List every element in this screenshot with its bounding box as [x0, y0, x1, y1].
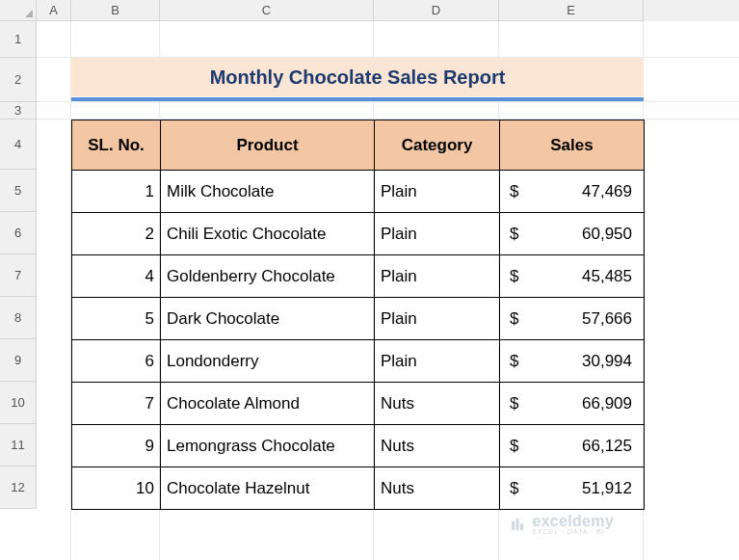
sales-amount: 51,912	[506, 479, 638, 498]
report-title-cell[interactable]: Monthly Chocolate Sales Report	[71, 58, 644, 102]
svg-rect-0	[512, 521, 515, 530]
select-all-corner[interactable]	[0, 0, 37, 21]
row-header-11[interactable]: 11	[0, 424, 37, 467]
col-header-E[interactable]: E	[499, 0, 644, 21]
sales-amount: 47,469	[506, 182, 638, 201]
header-sl[interactable]: SL. No.	[72, 120, 161, 171]
cell-category[interactable]: Plain	[375, 171, 500, 213]
cell-product[interactable]: Chocolate Almond	[161, 383, 375, 425]
cell-sales[interactable]: $66,125	[500, 425, 645, 467]
cell-sales[interactable]: $30,994	[500, 340, 645, 383]
row-header-9[interactable]: 9	[0, 339, 37, 382]
row-header-2[interactable]: 2	[0, 58, 37, 102]
row-header-7[interactable]: 7	[0, 254, 37, 297]
sales-amount: 66,909	[506, 394, 638, 413]
cell-sales[interactable]: $66,909	[500, 383, 645, 425]
watermark-tagline: EXCEL · DATA · BI	[532, 528, 614, 535]
header-category[interactable]: Category	[375, 120, 500, 171]
watermark-text: exceldemy EXCEL · DATA · BI	[532, 513, 614, 535]
row-header-4[interactable]: 4	[0, 120, 37, 170]
table-body: 1 Milk Chocolate Plain $47,469 2 Chili E…	[72, 171, 645, 510]
cell-product[interactable]: Lemongrass Chocolate	[161, 425, 375, 467]
report-title: Monthly Chocolate Sales Report	[210, 67, 506, 89]
table-row: 10 Chocolate Hazelnut Nuts $51,912	[72, 467, 645, 510]
row-header-10[interactable]: 10	[0, 382, 37, 424]
sales-amount: 66,125	[506, 437, 638, 456]
currency-symbol: $	[510, 437, 518, 456]
cell-sl[interactable]: 5	[72, 298, 161, 340]
table-row: 5 Dark Chocolate Plain $57,666	[72, 298, 645, 340]
title-underline	[71, 97, 644, 101]
cell-sl[interactable]: 10	[72, 467, 161, 510]
row-header-1[interactable]: 1	[0, 21, 37, 58]
cell-sl[interactable]: 4	[72, 255, 161, 298]
cell-sl[interactable]: 2	[72, 213, 161, 255]
table-row: 1 Milk Chocolate Plain $47,469	[72, 171, 645, 213]
cell-category[interactable]: Nuts	[375, 467, 500, 510]
currency-symbol: $	[510, 352, 518, 371]
cell-sl[interactable]: 6	[72, 340, 161, 383]
table-row: 4 Goldenberry Chocolate Plain $45,485	[72, 255, 645, 298]
cell-sales[interactable]: $47,469	[500, 171, 645, 213]
cell-product[interactable]: Milk Chocolate	[161, 171, 375, 213]
currency-symbol: $	[510, 267, 518, 286]
svg-rect-1	[516, 519, 519, 530]
cell-product[interactable]: Goldenberry Chocolate	[161, 255, 375, 298]
sales-amount: 57,666	[506, 309, 638, 329]
currency-symbol: $	[510, 479, 518, 498]
cell-category[interactable]: Nuts	[375, 425, 500, 467]
sales-amount: 45,485	[506, 267, 638, 286]
cell-product[interactable]: Chocolate Hazelnut	[161, 467, 375, 510]
table-row: 6 Londonderry Plain $30,994	[72, 340, 645, 383]
cell-sales[interactable]: $51,912	[500, 467, 645, 510]
spreadsheet: A B C D E 1 2 3 4 5 6 7 8 9 10 11 12 Mon…	[0, 0, 739, 560]
row-header-3[interactable]: 3	[0, 102, 37, 120]
cell-sales[interactable]: $57,666	[500, 298, 645, 340]
col-header-D[interactable]: D	[374, 0, 499, 21]
row-header-5[interactable]: 5	[0, 170, 37, 212]
watermark: exceldemy EXCEL · DATA · BI	[509, 513, 614, 535]
cell-category[interactable]: Plain	[375, 298, 500, 340]
row-headers: 1 2 3 4 5 6 7 8 9 10 11 12	[0, 21, 37, 509]
currency-symbol: $	[510, 394, 518, 413]
table-header-row: SL. No. Product Category Sales	[72, 120, 645, 171]
row-header-12[interactable]: 12	[0, 467, 37, 509]
cell-sl[interactable]: 7	[72, 383, 161, 425]
cell-product[interactable]: Chili Exotic Chocolate	[161, 213, 375, 255]
sales-amount: 30,994	[506, 352, 638, 371]
cell-category[interactable]: Plain	[375, 340, 500, 383]
header-product[interactable]: Product	[161, 120, 375, 171]
table-row: 9 Lemongrass Chocolate Nuts $66,125	[72, 425, 645, 467]
cell-category[interactable]: Plain	[375, 255, 500, 298]
currency-symbol: $	[510, 225, 518, 244]
col-header-B[interactable]: B	[71, 0, 160, 21]
currency-symbol: $	[510, 309, 518, 329]
cell-category[interactable]: Nuts	[375, 383, 500, 425]
row-header-6[interactable]: 6	[0, 212, 37, 254]
row-header-8[interactable]: 8	[0, 297, 37, 339]
col-header-C[interactable]: C	[160, 0, 374, 21]
cell-sales[interactable]: $45,485	[500, 255, 645, 298]
cell-sales[interactable]: $60,950	[500, 213, 645, 255]
cell-product[interactable]: Londonderry	[161, 340, 375, 383]
column-headers: A B C D E	[0, 0, 739, 21]
cell-product[interactable]: Dark Chocolate	[161, 298, 375, 340]
header-sales[interactable]: Sales	[500, 120, 645, 171]
table-row: 7 Chocolate Almond Nuts $66,909	[72, 383, 645, 425]
report-title-bg: Monthly Chocolate Sales Report	[71, 58, 644, 96]
svg-rect-2	[520, 523, 523, 530]
sales-amount: 60,950	[506, 225, 638, 244]
table-row: 2 Chili Exotic Chocolate Plain $60,950	[72, 213, 645, 255]
cell-sl[interactable]: 9	[72, 425, 161, 467]
sales-table: SL. No. Product Category Sales 1 Milk Ch…	[71, 120, 645, 510]
col-header-A[interactable]: A	[37, 0, 71, 21]
exceldemy-logo-icon	[509, 516, 526, 533]
cell-sl[interactable]: 1	[72, 171, 161, 213]
cell-category[interactable]: Plain	[375, 213, 500, 255]
currency-symbol: $	[510, 182, 518, 201]
